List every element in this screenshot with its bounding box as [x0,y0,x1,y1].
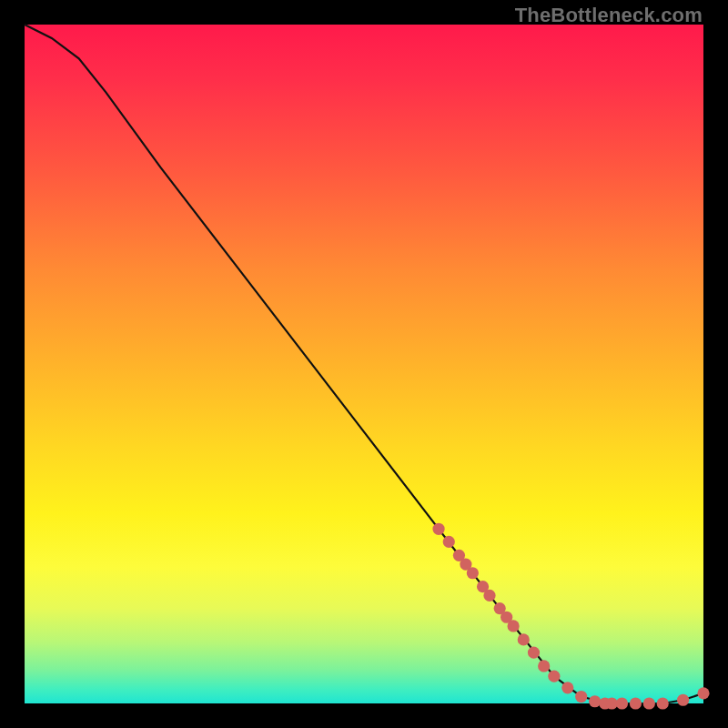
scatter-point [677,694,689,706]
plot-area [25,25,703,703]
scatter-point [616,697,628,709]
scatter-point [432,523,444,535]
scatter-point [657,697,669,709]
scatter-point [575,691,587,703]
scatter-point [589,695,601,707]
scatter-point [630,697,642,709]
scatter-point [518,633,530,645]
scatter-point [538,660,550,672]
scatter-point [548,671,560,682]
curve-line [25,25,703,703]
chart-frame: TheBottleneck.com [0,0,728,728]
scatter-point [443,536,455,548]
scatter-point [643,697,655,709]
scatter-point [528,646,540,658]
scatter-point [697,687,709,699]
scatter-points-group [432,523,709,710]
scatter-point [561,682,573,693]
chart-svg [25,25,703,703]
scatter-point [508,620,520,632]
scatter-point [483,590,495,602]
scatter-point [467,567,479,579]
